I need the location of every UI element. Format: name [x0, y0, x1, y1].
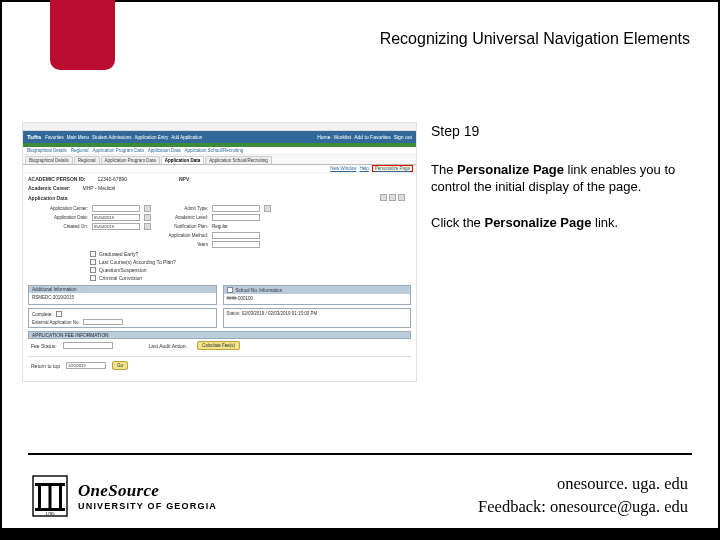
instruction-2: Click the Personalize Page link. [431, 214, 698, 232]
field-label: Academic Level: [160, 215, 208, 220]
notif-plan-value: Regular [212, 224, 260, 229]
app-screenshot: Tufts Favorites Main Menu Student Admiss… [22, 122, 417, 382]
nav-item[interactable]: Favorites [45, 135, 64, 140]
app-date-input[interactable]: 05/04/2019 [92, 214, 140, 221]
field-label: Years [160, 242, 208, 247]
lookup-icon[interactable] [264, 205, 271, 212]
app-center-input[interactable] [92, 205, 140, 212]
app-method-input[interactable] [212, 232, 260, 239]
status-panel: Status: 02/03/2019 / 02/03/2019 01:15:00… [223, 308, 412, 328]
breadcrumb: Biographical Details Regional Applicatio… [23, 147, 416, 155]
info-panels-2: Complete: External Application No: Statu… [28, 308, 411, 328]
svg-rect-3 [49, 486, 52, 508]
term: Personalize Page [457, 162, 564, 177]
instruction-panel: Step 19 The Personalize Page link enable… [431, 122, 698, 443]
crumb[interactable]: Application School/Recruiting [185, 148, 244, 153]
slide-title: Recognizing Universal Navigation Element… [380, 30, 690, 48]
go-button[interactable]: Go [112, 361, 128, 370]
panel-header: Additional Information [29, 286, 216, 293]
lookup-icon[interactable] [144, 205, 151, 212]
action-icon[interactable] [380, 194, 387, 201]
bottom-row: Return to top 1/20/2019 Go [28, 356, 411, 374]
nav-worklist[interactable]: Worklist [334, 134, 352, 140]
app-brand: Tufts [27, 134, 41, 140]
help-link[interactable]: Help [359, 166, 368, 171]
ext-app-input[interactable] [83, 319, 123, 325]
footer: 1785 OneSource UNIVERSITY OF GEORGIA one… [2, 453, 718, 538]
content-area: Tufts Favorites Main Menu Student Admiss… [22, 122, 698, 443]
check-label: Question/Suspension [99, 267, 147, 273]
nav-fav[interactable]: Add to Favorites [354, 134, 390, 140]
check-label: Last Course(s) According To Plan? [99, 259, 176, 265]
sub-tabs: Biographical Details Regional Applicatio… [23, 155, 416, 165]
form-body: ACADEMIC PERSON ID: 12345-67890 NPV Acad… [23, 173, 416, 377]
checkbox[interactable] [90, 251, 96, 257]
crumb[interactable]: Application Program Data [93, 148, 144, 153]
checkbox[interactable] [227, 287, 233, 293]
svg-rect-1 [35, 483, 65, 486]
calendar-icon[interactable] [144, 214, 151, 221]
crumb[interactable]: Regional [71, 148, 89, 153]
field-label: Complete: [32, 312, 53, 317]
acad-level-input[interactable] [212, 214, 260, 221]
nav-signout[interactable]: Sign out [394, 134, 412, 140]
career-value: MHP - Medical [83, 185, 116, 191]
id-value: 12345-67890 [98, 176, 127, 182]
check-label: Graduated Early? [99, 251, 138, 257]
new-window-link[interactable]: New Window [330, 166, 356, 171]
created-on-input[interactable]: 05/04/2019 [92, 223, 140, 230]
nav-item[interactable]: Application Entry [135, 135, 169, 140]
fee-row: Fee Status: Last Audit Action: Calculate… [28, 339, 411, 352]
slide: Recognizing Universal Navigation Element… [0, 0, 720, 540]
tab-appdata[interactable]: Application Data [161, 156, 205, 164]
panel-title: School No. Information [236, 288, 283, 293]
nav-home[interactable]: Home [317, 134, 330, 140]
career-label: Academic Career: [28, 185, 71, 191]
tab-regional[interactable]: Regional [74, 156, 100, 164]
checkbox[interactable] [56, 311, 62, 317]
personalize-page-link[interactable]: Personalize Page [372, 165, 413, 172]
additional-info-panel: Additional Information RSMEDC:2019/2015 [28, 285, 217, 305]
crumb[interactable]: Biographical Details [27, 148, 67, 153]
action-icon[interactable] [389, 194, 396, 201]
top-nav-right: Home Worklist Add to Favorites Sign out [317, 134, 412, 140]
date-input[interactable]: 1/20/2019 [66, 362, 106, 369]
status-label: Status: [227, 311, 241, 316]
checkbox[interactable] [90, 275, 96, 281]
school-no-panel: School No. Information ####-000100 [223, 285, 412, 305]
crumb[interactable]: Application Data [148, 148, 181, 153]
field-label: Application Center: [30, 206, 88, 211]
field-label: Created On: [30, 224, 88, 229]
section-label: Application Data [28, 195, 67, 201]
panel-body: Complete: External Application No: [29, 309, 216, 327]
brand-tab [50, 0, 115, 70]
page-toolbar: New Window Help Personalize Page [23, 165, 416, 173]
fee-header: APPLICATION FEE INFORMATION [28, 331, 411, 339]
info-panels-1: Additional Information RSMEDC:2019/2015 … [28, 285, 411, 305]
action-icon[interactable] [398, 194, 405, 201]
field-label: External Application No: [32, 320, 80, 325]
years-input[interactable] [212, 241, 260, 248]
id-label: ACADEMIC PERSON ID: [28, 176, 86, 182]
checkbox[interactable] [90, 267, 96, 273]
complete-panel: Complete: External Application No: [28, 308, 217, 328]
field-label: Admit Type: [160, 206, 208, 211]
step-label: Step 19 [431, 122, 698, 141]
fee-status-input[interactable] [63, 342, 113, 349]
status-values: 02/03/2019 / 02/03/2019 01:15:00 PM [242, 311, 318, 316]
svg-text:1785: 1785 [46, 511, 56, 516]
checkbox[interactable] [90, 259, 96, 265]
nav-item[interactable]: Add Application [171, 135, 202, 140]
calendar-icon[interactable] [144, 223, 151, 230]
tab-bio[interactable]: Biographical Details [25, 156, 73, 164]
nav-item[interactable]: Main Menu [67, 135, 89, 140]
tab-school[interactable]: Application School/Recruiting [205, 156, 272, 164]
calc-fee-button[interactable]: Calculate Fee(s) [197, 341, 240, 350]
row-actions [380, 194, 405, 201]
text: The [431, 162, 457, 177]
tab-program[interactable]: Application Program Data [101, 156, 160, 164]
admit-type-input[interactable] [212, 205, 260, 212]
svg-rect-4 [59, 486, 62, 508]
field-label: Application Date: [30, 215, 88, 220]
nav-item[interactable]: Student Admissions [92, 135, 132, 140]
